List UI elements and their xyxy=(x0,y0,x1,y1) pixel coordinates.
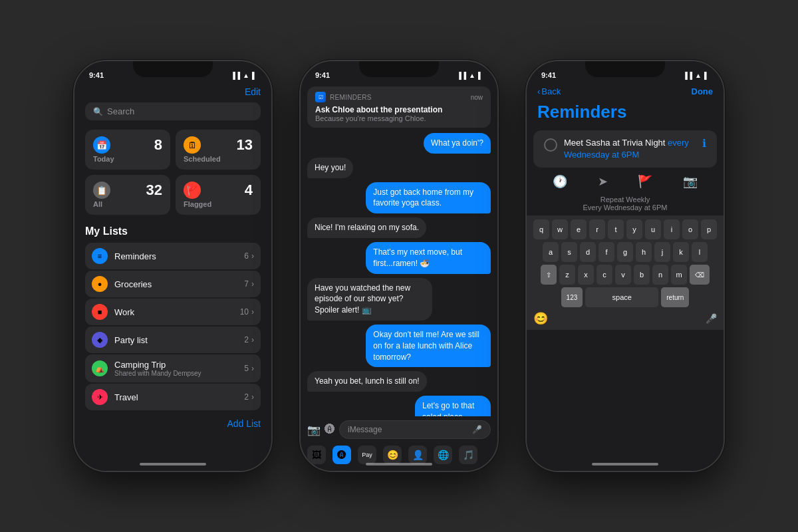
key-l[interactable]: l xyxy=(692,242,708,262)
notification-app-label: REMINDERS xyxy=(330,94,467,101)
delete-key[interactable]: ⌫ xyxy=(690,265,710,285)
status-icons-1: ▐▐ ▲ ▌ xyxy=(231,72,257,79)
back-button[interactable]: ‹ Back xyxy=(537,86,561,96)
reminder-detail-row[interactable]: Meet Sasha at Trivia Night everyWednesda… xyxy=(533,130,717,168)
key-e[interactable]: e xyxy=(571,219,587,239)
key-q[interactable]: q xyxy=(533,219,549,239)
key-i[interactable]: i xyxy=(664,219,680,239)
list-item[interactable]: ≡ Reminders 6 › xyxy=(85,243,261,269)
detail-content: ‹ Back Done Reminders Meet Sasha at Triv… xyxy=(527,84,724,471)
hashtag-icon[interactable]: 🌐 xyxy=(434,446,452,464)
scheduled-label: Scheduled xyxy=(184,155,253,163)
today-label: Today xyxy=(93,155,162,163)
key-o[interactable]: o xyxy=(682,219,698,239)
smart-tile-today[interactable]: 📅 8 Today xyxy=(85,130,170,170)
key-h[interactable]: h xyxy=(636,242,652,262)
signal-icon-2: ▐▐ xyxy=(457,72,466,79)
reminder-circle[interactable] xyxy=(544,138,557,152)
appstore-icon[interactable]: 🅐 xyxy=(325,424,335,436)
key-d[interactable]: d xyxy=(580,242,596,262)
camera-icon[interactable]: 📷 xyxy=(307,424,321,436)
key-w[interactable]: w xyxy=(552,219,568,239)
message-bubble: Okay don't tell me! Are we still on for … xyxy=(366,325,491,367)
list-item[interactable]: ■ Work 10 › xyxy=(85,299,261,325)
list-count-work: 10 › xyxy=(240,307,254,317)
chevron-icon: › xyxy=(251,364,254,373)
battery-icon-3: ▌ xyxy=(704,72,709,79)
location-tool-icon[interactable]: ➤ xyxy=(598,174,608,189)
add-list-button[interactable]: Add List xyxy=(85,410,261,434)
keyboard: q w e r t y u i o p a s d f g h xyxy=(527,215,724,330)
smart-tile-scheduled[interactable]: 🗓 13 Scheduled xyxy=(176,130,261,170)
key-v[interactable]: v xyxy=(615,265,631,285)
key-r[interactable]: r xyxy=(589,219,605,239)
done-button[interactable]: Done xyxy=(692,86,714,96)
key-s[interactable]: s xyxy=(561,242,577,262)
my-lists-heading: My Lists xyxy=(85,225,261,237)
music-icon[interactable]: 🎵 xyxy=(459,446,477,464)
status-icons-2: ▐▐ ▲ ▌ xyxy=(457,72,483,79)
key-g[interactable]: g xyxy=(617,242,633,262)
applepay-icon[interactable]: Pay xyxy=(358,446,376,464)
phone-notch-3 xyxy=(585,61,665,77)
message-bubble: Let's go to that salad place. xyxy=(415,396,491,416)
key-j[interactable]: j xyxy=(654,242,670,262)
emoji-key[interactable]: 😊 xyxy=(533,311,548,326)
message-bubble: Just got back home from my favorite yoga… xyxy=(366,182,491,214)
key-t[interactable]: t xyxy=(608,219,624,239)
shift-key[interactable]: ⇧ xyxy=(541,265,557,285)
list-count-camping: 5 › xyxy=(244,364,254,373)
list-item[interactable]: ● Groceries 7 › xyxy=(85,271,261,297)
photos-app-icon[interactable]: 🖼 xyxy=(307,446,326,464)
clock-tool-icon[interactable]: 🕐 xyxy=(553,174,567,189)
wifi-icon-2: ▲ xyxy=(469,72,475,79)
key-m[interactable]: m xyxy=(671,265,687,285)
smart-tile-flagged[interactable]: 🚩 4 Flagged xyxy=(176,175,261,215)
info-icon[interactable]: ℹ xyxy=(702,137,706,150)
key-x[interactable]: x xyxy=(578,265,594,285)
list-icon-party: ◆ xyxy=(92,332,108,348)
key-u[interactable]: u xyxy=(645,219,661,239)
key-b[interactable]: b xyxy=(634,265,650,285)
list-item[interactable]: ⛺ Camping Trip Shared with Mandy Dempsey… xyxy=(85,354,261,382)
key-z[interactable]: z xyxy=(559,265,575,285)
list-item[interactable]: ◆ Party list 2 › xyxy=(85,327,261,353)
flag-tool-icon[interactable]: 🚩 xyxy=(638,174,652,189)
key-f[interactable]: f xyxy=(598,242,614,262)
key-y[interactable]: y xyxy=(626,219,642,239)
chevron-icon: › xyxy=(251,279,254,289)
key-n[interactable]: n xyxy=(652,265,668,285)
time-2: 9:41 xyxy=(315,71,330,79)
smart-tile-all[interactable]: 📋 32 All xyxy=(85,175,170,215)
all-label: All xyxy=(93,200,162,208)
camera-tool-icon[interactable]: 📷 xyxy=(683,174,698,189)
microphone-key[interactable]: 🎤 xyxy=(706,313,717,324)
space-key[interactable]: space xyxy=(585,287,658,307)
message-bubble: Hey you! xyxy=(307,158,353,178)
phone-notch xyxy=(133,61,213,77)
list-info-travel: Travel xyxy=(114,392,237,402)
key-p[interactable]: p xyxy=(701,219,717,239)
status-icons-3: ▐▐ ▲ ▌ xyxy=(683,72,709,79)
key-c[interactable]: c xyxy=(597,265,612,285)
memoji-icon[interactable]: 👤 xyxy=(408,446,427,464)
animoji-icon[interactable]: 😊 xyxy=(383,446,402,464)
messages-content: ☑ REMINDERS now Ask Chloe about the pres… xyxy=(301,84,497,471)
message-bubble: Yeah you bet, lunch is still on! xyxy=(307,371,427,392)
message-input-row: 📷 🅐 iMessage 🎤 xyxy=(307,420,491,439)
search-bar[interactable]: 🔍 Search xyxy=(85,102,261,120)
appstore-app-icon[interactable]: 🅐 xyxy=(332,446,351,464)
imessage-input[interactable]: iMessage 🎤 xyxy=(339,420,491,439)
list-icon-camping: ⛺ xyxy=(92,360,108,376)
key-a[interactable]: a xyxy=(543,242,559,262)
list-item[interactable]: ✈ Travel 2 › xyxy=(85,384,261,410)
wifi-icon-3: ▲ xyxy=(695,72,702,79)
numbers-key[interactable]: 123 xyxy=(561,287,583,307)
list-count-travel: 2 › xyxy=(244,392,254,402)
reminder-text: Meet Sasha at Trivia Night everyWednesda… xyxy=(564,137,696,161)
return-key[interactable]: return xyxy=(661,287,689,307)
detail-screen: 9:41 ▐▐ ▲ ▌ ‹ Back Done Reminders Meet S… xyxy=(527,61,724,471)
key-k[interactable]: k xyxy=(673,242,689,262)
edit-button[interactable]: Edit xyxy=(245,86,261,97)
list-info-party: Party list xyxy=(114,335,237,345)
